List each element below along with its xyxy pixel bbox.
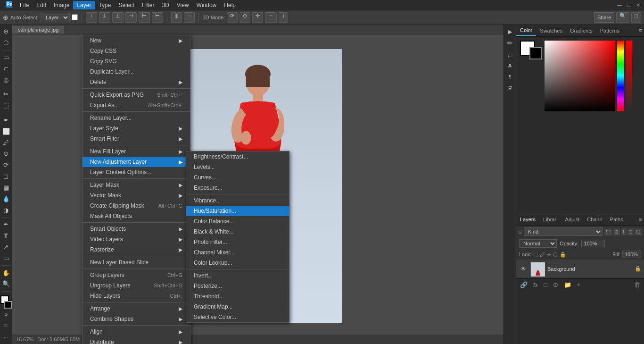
adj-photo-filter[interactable]: Photo Filter... [186, 237, 289, 247]
menu-copy-css[interactable]: Copy CSS [83, 46, 190, 56]
tab-swatches[interactable]: Swatches [536, 26, 566, 35]
adj-invert[interactable]: Invert... [186, 270, 289, 281]
dodge-tool[interactable]: ◑ [1, 205, 11, 215]
app-ps-icon[interactable]: Ps [2, 0, 16, 10]
auto-select-dropdown[interactable]: Layer [41, 13, 70, 22]
quick-mask-tool[interactable]: ⊙ [1, 310, 11, 320]
hue-strip[interactable] [617, 41, 624, 111]
canvas-tab[interactable]: sample image.jpg [12, 26, 65, 34]
color-saturation-picker[interactable] [545, 41, 615, 111]
background-swatch[interactable] [529, 47, 542, 59]
right-para-icon[interactable]: ¶ [505, 72, 515, 82]
menu-new-layer-slice[interactable]: New Layer Based Slice [83, 257, 190, 268]
adj-color-balance[interactable]: Color Balance... [186, 216, 289, 227]
tab-adjustments[interactable]: Adjust [561, 215, 584, 224]
menu-rename-layer[interactable]: Rename Layer... [83, 113, 190, 123]
brush-tool[interactable]: 🖊 [1, 137, 11, 148]
clone-tool[interactable]: ⊙ [1, 149, 11, 159]
background-color[interactable] [4, 301, 12, 309]
extra-tools[interactable]: ··· [1, 332, 11, 342]
tab-paths[interactable]: Paths [606, 215, 627, 224]
fill-input[interactable] [622, 251, 641, 258]
adj-channel-mixer[interactable]: Channel Mixer... [186, 247, 289, 258]
lasso-tool[interactable]: ⊂ [1, 63, 11, 74]
3d-pan[interactable]: ✛ [252, 12, 263, 23]
align-right[interactable]: ⊢ [152, 12, 163, 23]
menu-smart-objects[interactable]: Smart Objects ▶ [83, 224, 190, 234]
adj-vibrance[interactable]: Vibrance... [186, 195, 289, 206]
eyedropper-tool[interactable]: ✒ [1, 115, 11, 126]
maximize-button[interactable]: □ [625, 1, 633, 9]
blur-tool[interactable]: 💧 [1, 193, 11, 204]
menu-combine-shapes[interactable]: Combine Shapes ▶ [83, 314, 190, 324]
distribute-btn[interactable]: ||| [171, 12, 182, 23]
menu-edit[interactable]: Edit [33, 1, 50, 9]
lock-pixels-icon[interactable]: 🖊 [540, 252, 545, 257]
menu-arrange[interactable]: Arrange ▶ [83, 303, 190, 314]
menu-vector-mask[interactable]: Vector Mask ▶ [83, 190, 190, 201]
filter-adjust-icon[interactable]: ⊙ [613, 228, 620, 235]
close-button[interactable]: ✕ [635, 1, 642, 9]
eraser-tool[interactable]: ◻ [1, 171, 11, 182]
alpha-strip[interactable] [626, 41, 632, 111]
menu-layer-style[interactable]: Layer Style ▶ [83, 123, 190, 134]
new-layer-icon[interactable]: + [575, 280, 583, 289]
align-left[interactable]: ⊣ [125, 12, 137, 23]
tab-channels[interactable]: Chann [583, 215, 606, 224]
quick-select-tool[interactable]: ◎ [1, 75, 11, 85]
menu-new-adjustment-layer[interactable]: New Adjustment Layer ▶ [83, 157, 190, 167]
menu-ungroup-layers[interactable]: Ungroup Layers Shift+Ctrl+G [83, 280, 190, 291]
right-adjust-icon[interactable]: ⬚ [505, 49, 515, 59]
menu-rasterize[interactable]: Rasterize ▶ [83, 244, 190, 255]
menu-duplicate-layer[interactable]: Duplicate Layer... [83, 67, 190, 77]
layers-panel-menu[interactable]: ≡ [637, 215, 644, 224]
filter-type-icon[interactable]: T [621, 228, 627, 235]
menu-quick-export[interactable]: Quick Export as PNG Shift+Ctrl+' [83, 90, 190, 100]
auto-select-checkbox[interactable] [72, 14, 78, 20]
hand-tool[interactable]: ✋ [1, 268, 11, 278]
tab-color[interactable]: Color [516, 25, 536, 36]
filter-shape-icon[interactable]: □ [627, 228, 634, 235]
new-group-icon[interactable]: 📁 [562, 280, 573, 289]
opacity-input[interactable] [581, 240, 605, 247]
menu-window[interactable]: Window [193, 1, 221, 9]
filter-smart-icon[interactable]: ⬡ [635, 228, 642, 235]
fx-icon[interactable]: fx [531, 280, 540, 289]
adj-threshold[interactable]: Threshold... [186, 291, 289, 302]
menu-type[interactable]: Type [95, 1, 115, 9]
layer-kind-filter[interactable]: Kind [524, 227, 603, 236]
color-panel-menu[interactable]: ≡ [637, 25, 644, 36]
3d-scale[interactable]: ↕ [279, 12, 288, 23]
tab-libraries[interactable]: Librari [539, 215, 561, 224]
3d-rotate[interactable]: ⟳ [227, 12, 238, 23]
lock-all-icon[interactable]: 🔒 [560, 252, 566, 258]
menu-layer-mask[interactable]: Layer Mask ▶ [83, 180, 190, 190]
menu-export-as[interactable]: Export As... Alt+Shift+Ctrl+' [83, 100, 190, 110]
3d-roll[interactable]: ⊙ [239, 12, 250, 23]
adj-curves[interactable]: Curves... [186, 172, 289, 183]
right-play-icon[interactable]: ▶ [505, 26, 515, 37]
menu-view[interactable]: View [173, 1, 193, 9]
gradient-tool[interactable]: ▦ [1, 183, 11, 193]
marquee-tool[interactable]: ▭ [1, 52, 11, 63]
adj-color-lookup[interactable]: Color Lookup... [186, 258, 289, 268]
minimize-button[interactable]: — [616, 1, 623, 9]
adj-levels[interactable]: Levels... [186, 162, 289, 172]
workspace-button[interactable]: □ [631, 12, 641, 23]
menu-3d[interactable]: 3D [158, 1, 173, 9]
add-mask-icon[interactable]: □ [542, 280, 549, 289]
lock-position-icon[interactable]: ✛ [547, 252, 551, 258]
frame-tool[interactable]: ⬚ [1, 101, 11, 111]
adj-selective-color[interactable]: Selective Color... [186, 312, 289, 322]
3d-slide[interactable]: ↔ [265, 12, 277, 23]
align-bottom[interactable]: ⊥ [112, 12, 124, 23]
menu-video-layers[interactable]: Video Layers ▶ [83, 234, 190, 244]
menu-align[interactable]: Align ▶ [83, 327, 190, 337]
menu-help[interactable]: Help [220, 1, 239, 9]
menu-image[interactable]: Image [50, 1, 73, 9]
right-cyrillic-icon[interactable]: Я [505, 83, 515, 93]
heal-tool[interactable]: ⬜ [1, 126, 11, 136]
filter-pixel-icon[interactable]: ⬚ [604, 228, 612, 235]
menu-layer-content-options[interactable]: Layer Content Options... [83, 167, 190, 177]
right-edit-icon[interactable]: ✏ [505, 38, 515, 48]
